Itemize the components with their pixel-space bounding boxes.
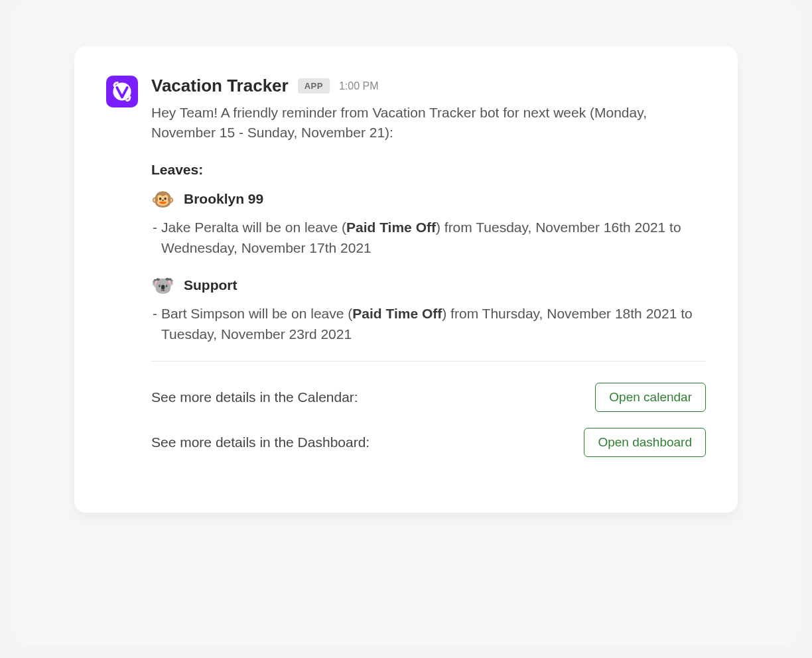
app-icon	[106, 76, 138, 107]
bullet-dash: -	[153, 303, 157, 345]
group-name: Support	[184, 277, 237, 293]
monkey-emoji-icon: 🐵	[151, 188, 174, 210]
message-header: Vacation Tracker APP 1:00 PM	[151, 76, 706, 96]
leave-group: 🐵 Brooklyn 99 - Jake Peralta will be on …	[151, 188, 706, 259]
divider	[151, 361, 706, 362]
leave-entry: - Bart Simpson will be on leave (Paid Ti…	[151, 303, 706, 345]
open-dashboard-button[interactable]: Open dashboard	[584, 428, 706, 457]
dashboard-action-label: See more details in the Dashboard:	[151, 434, 370, 450]
leave-text: Bart Simpson will be on leave (Paid Time…	[161, 303, 706, 345]
message-timestamp: 1:00 PM	[339, 80, 379, 92]
app-name: Vacation Tracker	[151, 76, 289, 96]
group-header: 🐵 Brooklyn 99	[151, 188, 706, 210]
koala-emoji-icon: 🐨	[151, 275, 174, 296]
leave-entry: - Jake Peralta will be on leave (Paid Ti…	[151, 217, 706, 259]
app-badge: APP	[298, 78, 330, 94]
bullet-dash: -	[153, 217, 157, 259]
leave-group: 🐨 Support - Bart Simpson will be on leav…	[151, 275, 706, 345]
open-calendar-button[interactable]: Open calendar	[595, 383, 706, 412]
group-name: Brooklyn 99	[184, 191, 263, 207]
message-card: Vacation Tracker APP 1:00 PM Hey Team! A…	[74, 46, 738, 513]
leave-text: Jake Peralta will be on leave (Paid Time…	[161, 217, 706, 259]
dashboard-action-row: See more details in the Dashboard: Open …	[151, 428, 706, 457]
message-body: Vacation Tracker APP 1:00 PM Hey Team! A…	[151, 76, 706, 473]
vacation-tracker-logo-icon	[111, 80, 133, 103]
calendar-action-label: See more details in the Calendar:	[151, 389, 358, 405]
leaves-heading: Leaves:	[151, 162, 706, 178]
calendar-action-row: See more details in the Calendar: Open c…	[151, 383, 706, 412]
group-header: 🐨 Support	[151, 275, 706, 296]
page-background: Vacation Tracker APP 1:00 PM Hey Team! A…	[15, 0, 797, 645]
intro-text: Hey Team! A friendly reminder from Vacat…	[151, 103, 706, 143]
